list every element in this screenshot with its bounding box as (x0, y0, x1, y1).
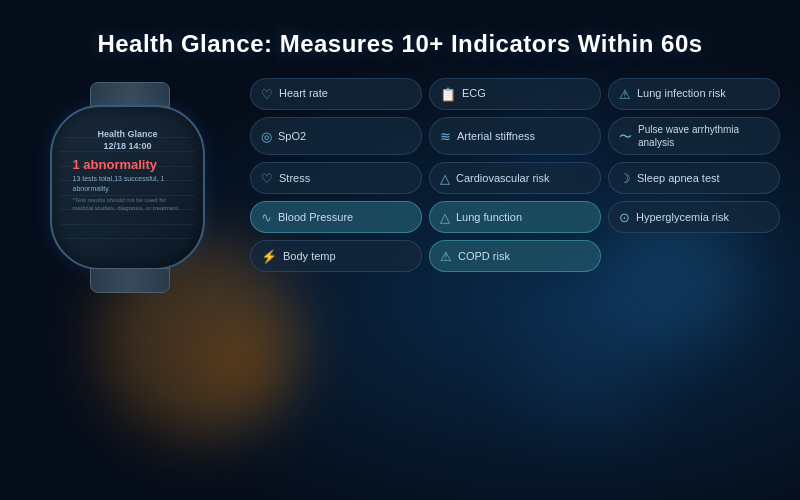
watch-strap-top (90, 82, 170, 107)
pill-spo2[interactable]: ◎ SpO2 (250, 117, 422, 155)
watch-screen: Health Glance 12/18 14:00 1 abnormality … (63, 118, 193, 258)
heart-rate-label: Heart rate (279, 87, 328, 100)
page-title: Health Glance: Measures 10+ Indicators W… (97, 30, 702, 58)
pill-sleep-apnea[interactable]: ☽ Sleep apnea test (608, 162, 780, 194)
watch-date: 12/18 14:00 (73, 140, 183, 153)
pill-lung-infection[interactable]: ⚠ Lung infection risk (608, 78, 780, 110)
pill-heart-rate[interactable]: ♡ Heart rate (250, 78, 422, 110)
watch-note: *Test results should not be used for med… (73, 197, 183, 213)
arterial-label: Arterial stiffness (457, 130, 535, 143)
pulse-wave-label: Pulse wave arrhythmia analysis (638, 123, 769, 149)
spo2-label: SpO2 (278, 130, 306, 143)
copd-label: COPD risk (458, 250, 510, 263)
pill-pulse-wave[interactable]: 〜 Pulse wave arrhythmia analysis (608, 117, 780, 155)
arterial-icon: ≋ (440, 130, 451, 143)
sleep-apnea-icon: ☽ (619, 172, 631, 185)
lung-function-label: Lung function (456, 211, 522, 224)
pill-ecg[interactable]: 📋 ECG (429, 78, 601, 110)
pill-stress[interactable]: ♡ Stress (250, 162, 422, 194)
hyperglycemia-icon: ⊙ (619, 211, 630, 224)
lung-function-icon: △ (440, 211, 450, 224)
indicators-grid: ♡ Heart rate 📋 ECG ⚠ Lung infection risk… (250, 78, 780, 272)
ecg-icon: 📋 (440, 88, 456, 101)
sleep-apnea-label: Sleep apnea test (637, 172, 720, 185)
spo2-icon: ◎ (261, 130, 272, 143)
lung-infection-label: Lung infection risk (637, 87, 726, 100)
watch-tests: 13 tests total,13 successful, 1 abnormal… (73, 174, 183, 194)
copd-icon: ⚠ (440, 250, 452, 263)
ecg-label: ECG (462, 87, 486, 100)
lung-infection-icon: ⚠ (619, 88, 631, 101)
watch-container: Health Glance 12/18 14:00 1 abnormality … (20, 80, 240, 270)
pill-lung-function[interactable]: △ Lung function (429, 201, 601, 233)
cardiovascular-icon: △ (440, 172, 450, 185)
watch: Health Glance 12/18 14:00 1 abnormality … (50, 80, 210, 270)
pill-cardiovascular[interactable]: △ Cardiovascular risk (429, 162, 601, 194)
cardiovascular-label: Cardiovascular risk (456, 172, 550, 185)
pill-arterial[interactable]: ≋ Arterial stiffness (429, 117, 601, 155)
watch-body: Health Glance 12/18 14:00 1 abnormality … (50, 105, 205, 270)
pill-copd[interactable]: ⚠ COPD risk (429, 240, 601, 272)
stress-label: Stress (279, 172, 310, 185)
hyperglycemia-label: Hyperglycemia risk (636, 211, 729, 224)
stress-icon: ♡ (261, 172, 273, 185)
pill-hyperglycemia[interactable]: ⊙ Hyperglycemia risk (608, 201, 780, 233)
pulse-wave-icon: 〜 (619, 130, 632, 143)
blood-pressure-label: Blood Pressure (278, 211, 353, 224)
pill-body-temp[interactable]: ⚡ Body temp (250, 240, 422, 272)
watch-abnormality: 1 abnormality (73, 157, 183, 172)
watch-app-name: Health Glance (73, 128, 183, 141)
heart-rate-icon: ♡ (261, 88, 273, 101)
body-temp-icon: ⚡ (261, 250, 277, 263)
watch-strap-bottom (90, 268, 170, 293)
blood-pressure-icon: ∿ (261, 211, 272, 224)
body-temp-label: Body temp (283, 250, 336, 263)
pill-blood-pressure[interactable]: ∿ Blood Pressure (250, 201, 422, 233)
